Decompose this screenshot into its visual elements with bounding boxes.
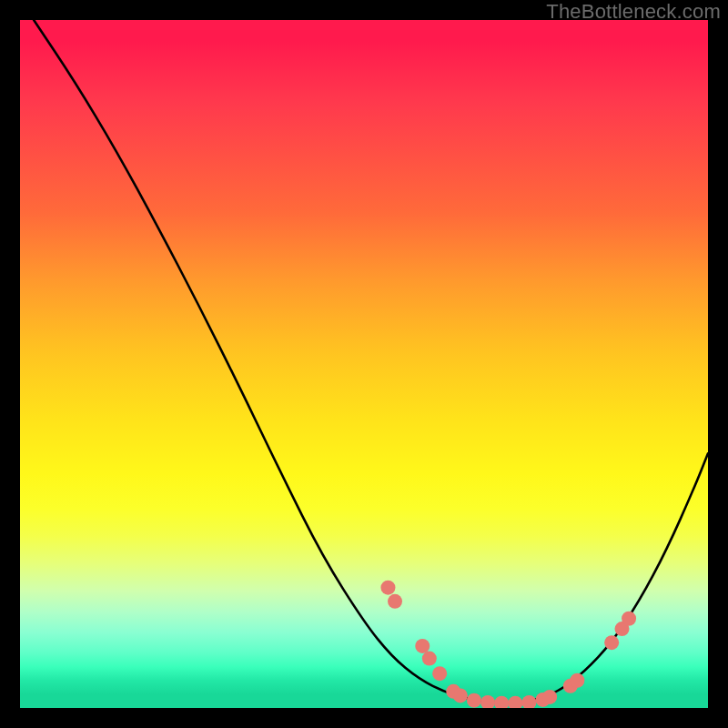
watermark-text: TheBottleneck.com (546, 0, 721, 24)
data-points (380, 581, 636, 708)
data-point (508, 696, 522, 708)
data-point (453, 688, 468, 703)
data-point (542, 690, 557, 704)
data-point (570, 673, 584, 688)
chart-svg (20, 20, 708, 708)
data-point (422, 652, 437, 666)
data-point (604, 635, 619, 650)
data-point (432, 666, 447, 681)
data-point (480, 695, 495, 708)
data-point (388, 594, 402, 609)
data-point (494, 696, 509, 708)
data-point (467, 693, 481, 708)
data-point (622, 612, 636, 626)
data-point (521, 695, 536, 708)
bottleneck-curve (34, 20, 708, 703)
data-point (380, 581, 395, 595)
data-point (415, 639, 430, 653)
